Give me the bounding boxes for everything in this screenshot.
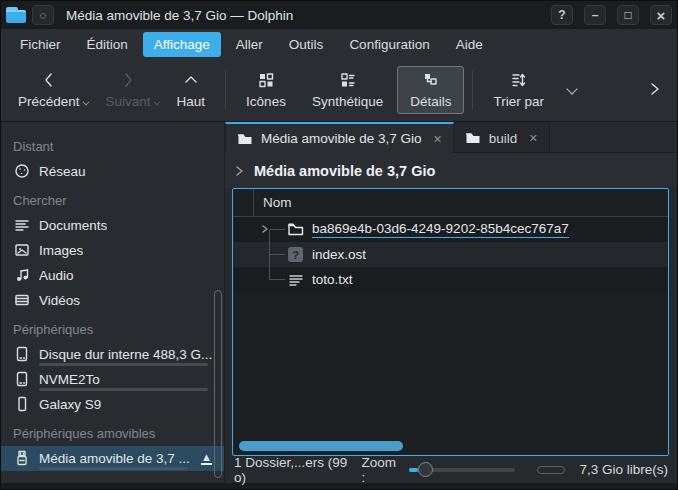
zoom-slider[interactable] [409,461,515,479]
sidebar-item-label: Vidéos [39,293,80,308]
unknown-file-icon: ? [287,247,304,262]
icons-view-label: Icônes [246,94,286,109]
tab-build[interactable]: build × [454,122,550,152]
sidebar-item-label: NVME2To [39,372,100,387]
hard-drive-icon [13,371,30,387]
tabbar: Média amovible de 3,7 Gio × build × [225,122,677,153]
chevron-right-icon [119,71,137,89]
file-row-index-ost[interactable]: ? index.ost [233,242,668,267]
toolbar-overflow-button[interactable] [637,80,673,101]
sidebar-item-label: Audio [39,268,74,283]
menu-affichage[interactable]: Affichage [143,32,221,57]
image-icon [13,242,30,258]
chevron-left-icon [40,71,58,89]
menu-aide[interactable]: Aide [445,32,494,57]
section-distant: Distant [1,130,224,159]
file-name[interactable]: ba869e4b-03d6-4249-9202-85b4cec767a7 [312,221,569,238]
tab-close-icon[interactable]: × [529,130,537,146]
window-menu-button[interactable]: ◌ [32,5,54,25]
file-row-toto-txt[interactable]: toto.txt [233,267,668,292]
eject-button[interactable]: ▲ [201,452,212,465]
compact-view-button[interactable]: Synthétique [300,66,395,114]
statusbar: 1 Dossier,...ers (99 o) Zoom : 7,3 Gio l… [225,456,677,483]
minimize-button[interactable]: – [584,5,606,25]
file-view: Nom ba869e4b-03d6-4249-9202-85b4cec767a7 [232,188,669,456]
horizontal-scrollbar[interactable] [237,441,664,451]
sidebar-item-galaxy-s9[interactable]: Galaxy S9 [1,392,224,417]
file-row-folder[interactable]: ba869e4b-03d6-4249-9202-85b4cec767a7 [233,217,668,242]
free-space-label: 7,3 Gio libre(s) [579,462,668,477]
sidebar-item-videos[interactable]: Vidéos [1,288,224,313]
window-title: Média amovible de 3,7 Gio — Dolphin [66,8,293,23]
window-menu-icon: ◌ [40,9,47,21]
sidebar-item-documents[interactable]: Documents [1,213,224,238]
horizontal-scrollbar-thumb[interactable] [239,441,403,451]
details-view-icon [422,71,440,89]
zoom-slider-handle[interactable] [418,462,433,477]
sidebar-item-label: Documents [39,218,107,233]
hard-drive-icon [13,346,30,362]
help-icon: ? [558,8,565,22]
sidebar-item-images[interactable]: Images [1,238,224,263]
document-lines-icon [13,217,30,233]
dolphin-app-icon [6,7,26,23]
sort-by-label: Trier par [493,94,544,109]
section-peripheriques: Périphériques [1,313,224,342]
chevron-right-icon [647,80,663,98]
breadcrumb-location[interactable]: Média amovible de 3,7 Gio [254,163,435,179]
chevron-up-icon [182,71,200,89]
tab-close-icon[interactable]: × [434,131,442,147]
menu-edition[interactable]: Édition [76,32,139,57]
back-label: Précédent [18,94,80,109]
up-button[interactable]: Haut [165,66,218,114]
breadcrumb[interactable]: Média amovible de 3,7 Gio [225,153,677,188]
zoom-label: Zoom : [361,455,399,485]
file-name[interactable]: index.ost [312,247,366,262]
disk-usage-bar [39,467,188,470]
close-button[interactable]: × [650,5,672,25]
back-dropdown-icon[interactable] [83,98,90,105]
disk-usage-bar [39,363,208,366]
chevron-right-icon [234,165,245,177]
minimize-icon: – [592,8,599,22]
titlebar: ◌ Média amovible de 3,7 Gio — Dolphin ? … [1,1,677,29]
details-view-label: Détails [410,94,451,109]
help-button[interactable]: ? [551,5,573,25]
menu-fichier[interactable]: Fichier [9,32,72,57]
forward-button[interactable]: Suivant [94,66,163,114]
column-header-nom[interactable]: Nom [254,195,292,210]
compact-view-label: Synthétique [312,94,383,109]
disk-usage-bar [39,388,208,391]
sort-dropdown-icon[interactable] [567,85,577,95]
sidebar-scrollbar[interactable] [214,290,222,478]
sidebar-item-label: Galaxy S9 [39,397,101,412]
menu-aller[interactable]: Aller [225,32,274,57]
sort-by-button[interactable]: Trier par [481,66,556,114]
sidebar-item-reseau[interactable]: Réseau [1,159,224,184]
column-header-row: Nom [233,189,668,217]
tab-media-amovible[interactable]: Média amovible de 3,7 Gio × [225,122,454,153]
icons-view-button[interactable]: Icônes [234,66,298,114]
sidebar-item-disque-dur-interne[interactable]: Disque dur interne 488,3 G... [1,342,224,367]
sidebar-item-nvme2to[interactable]: NVME2To [1,367,224,392]
maximize-button[interactable]: □ [617,5,639,25]
menu-configuration[interactable]: Configuration [338,32,440,57]
folder-icon [237,132,253,146]
sidebar-item-media-amovible[interactable]: Média amovible de 3,7 ... ▲ [1,446,224,471]
sidebar-item-audio[interactable]: Audio [1,263,224,288]
back-button[interactable]: Précédent [6,66,92,114]
file-name[interactable]: toto.txt [312,272,353,287]
film-icon [13,292,30,308]
section-peripheriques-amovibles: Périphériques amovibles [1,417,224,446]
free-space-capacity-bar [537,466,566,474]
details-view-button[interactable]: Détails [397,66,464,114]
toolbar-separator [225,71,226,109]
toolbar: Précédent Suivant Haut Icônes Synthétiq [1,59,677,122]
dolphin-window: ◌ Média amovible de 3,7 Gio — Dolphin ? … [0,0,678,490]
compact-view-icon [339,71,357,89]
menu-outils[interactable]: Outils [278,32,335,57]
music-note-icon [13,267,30,283]
usb-stick-icon [13,450,30,466]
places-panel: Distant Réseau Chercher Documents [1,122,225,483]
menubar: Fichier Édition Affichage Aller Outils C… [1,29,677,59]
